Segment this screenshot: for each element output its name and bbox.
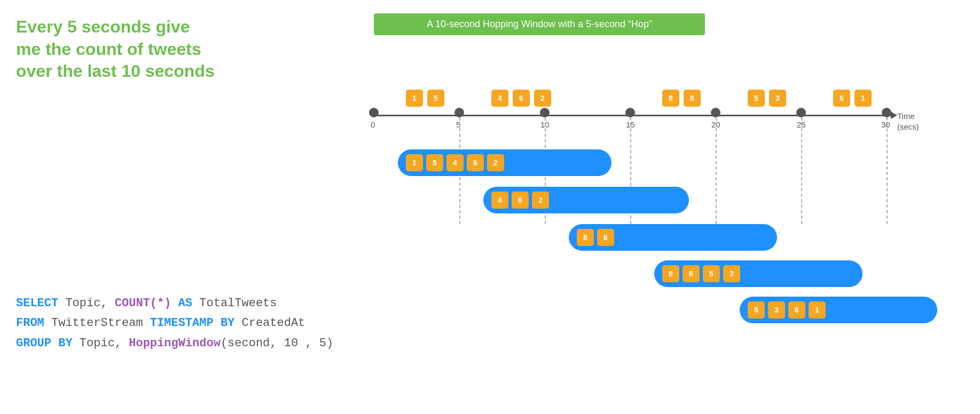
dashed-30 (887, 117, 888, 224)
kw-hoppingwindow: HoppingWindow (129, 337, 221, 350)
wb1-b5: 5 (426, 154, 443, 171)
sql-line3: GROUP BY Topic, HoppingWindow(second, 10… (16, 333, 333, 353)
tick-30 (882, 108, 891, 117)
sql-topic2: Topic, (73, 337, 129, 350)
wb2-b6: 6 (512, 192, 529, 209)
tick-20 (711, 108, 720, 117)
wb2-b2: 2 (532, 192, 549, 209)
wb1-b2: 2 (487, 154, 504, 171)
wb1-b1: 1 (406, 154, 423, 171)
kw-by2: BY (51, 337, 73, 350)
kw-group: GROUP (16, 337, 51, 350)
wb4-b8: 8 (662, 265, 679, 282)
wb3-b6: 6 (597, 229, 614, 246)
wb5-b6: 6 (788, 301, 805, 319)
window-bar-5: 5 3 6 1 (740, 297, 937, 323)
kw-count: COUNT(*) (115, 297, 171, 310)
sql-line2: FROM TwitterStream TIMESTAMP BY CreatedA… (16, 313, 333, 333)
wb5-b5: 5 (748, 301, 765, 319)
kw-select: SELECT (16, 297, 58, 310)
tick-25 (796, 108, 806, 117)
tick-5 (454, 108, 464, 117)
kw-from: FROM (16, 316, 44, 330)
wb3-b8: 8 (577, 229, 594, 246)
bubble-top-6b: 6 (684, 90, 701, 107)
wb4-b3: 3 (723, 265, 740, 282)
sql-code: SELECT Topic, COUNT(*) AS TotalTweets FR… (16, 293, 333, 353)
dashed-25 (801, 117, 802, 224)
window-bar-3: 8 6 (569, 224, 777, 251)
kw-by: BY (214, 316, 235, 330)
tick-0 (369, 108, 379, 117)
wb4-b5: 5 (703, 265, 720, 282)
bubble-top-1: 1 (406, 90, 423, 107)
dashed-20 (716, 117, 717, 224)
bubble-top-6a: 6 (513, 90, 530, 107)
sql-stream: TwitterStream (44, 316, 150, 330)
tick-15 (625, 108, 635, 117)
kw-as: AS (171, 297, 192, 310)
bubble-top-2a: 2 (534, 90, 551, 107)
kw-timestamp: TIMESTAMP (150, 316, 214, 330)
tick-10 (540, 108, 550, 117)
sql-totaltweets: TotalTweets (192, 297, 277, 310)
bubble-top-4a: 4 (491, 90, 508, 107)
wb5-b1: 1 (809, 301, 826, 319)
bubble-top-1b: 1 (854, 90, 872, 107)
description-text: Every 5 seconds give me the count of twe… (16, 16, 219, 83)
title-banner: A 10-second Hopping Window with a 5-seco… (374, 13, 705, 35)
bubble-top-3a: 3 (769, 90, 786, 107)
bubble-top-5a: 5 (427, 90, 444, 107)
tick-label-30: 30 (881, 120, 890, 129)
sql-createdat: CreatedAt (234, 316, 305, 330)
sql-topic: Topic, (58, 297, 115, 310)
tick-label-0: 0 (371, 120, 375, 129)
wb1-b4: 4 (446, 154, 464, 171)
window-bar-4: 8 6 5 3 (654, 260, 863, 287)
bubble-top-6c: 6 (833, 90, 850, 107)
bubble-top-5b: 5 (748, 90, 765, 107)
wb5-b3: 3 (768, 301, 785, 319)
window-bar-1: 1 5 4 6 2 (398, 149, 611, 176)
sql-line1: SELECT Topic, COUNT(*) AS TotalTweets (16, 293, 333, 313)
time-label: Time(secs) (897, 111, 919, 132)
sql-params: (second, 10 , 5) (221, 337, 333, 350)
wb4-b6: 6 (683, 265, 700, 282)
wb2-b4: 4 (491, 192, 508, 209)
bubble-top-8a: 8 (662, 90, 679, 107)
window-bar-2: 4 6 2 (483, 187, 689, 213)
wb1-b6: 6 (467, 154, 484, 171)
